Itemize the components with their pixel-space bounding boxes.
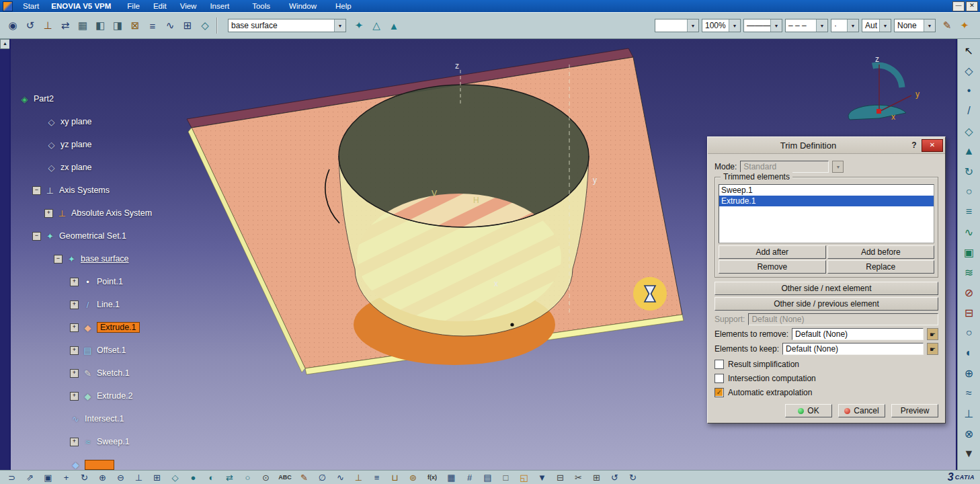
tree-item-extrude1[interactable]: +◆Extrude.1 — [13, 316, 152, 339]
chevron-down-icon[interactable]: ▼ — [816, 19, 827, 32]
hide-show-icon[interactable]: ◐ — [202, 471, 220, 484]
revolve-box-icon[interactable]: ◨ — [109, 17, 126, 34]
menu-insert[interactable]: Insert — [203, 2, 236, 10]
translate-icon[interactable]: ⇄ — [56, 17, 74, 34]
formula-icon[interactable]: f(x) — [422, 471, 442, 484]
result-simplification-checkbox[interactable] — [714, 360, 724, 369]
tree-item-label[interactable]: Sketch.1 — [97, 368, 130, 378]
fly-mode-icon[interactable]: ⇗ — [21, 471, 39, 484]
join-icon[interactable]: ⊕ — [960, 363, 979, 383]
link-icon[interactable]: ⊃ — [3, 471, 21, 484]
expander-icon[interactable]: + — [70, 438, 79, 446]
pointer-pick-icon[interactable]: ☛ — [927, 343, 938, 355]
multi-view-icon[interactable]: ⊞ — [148, 471, 166, 484]
layer-combo[interactable]: None ▼ — [894, 19, 936, 32]
replace-button[interactable]: Replace — [827, 260, 935, 274]
expander-icon[interactable]: + — [70, 300, 79, 309]
other-side-previous-button[interactable]: Other side / previous element — [714, 297, 938, 311]
minimize-icon[interactable]: — — [952, 1, 965, 11]
dialog-titlebar[interactable]: Trim Definition ? ✕ — [708, 137, 945, 154]
menu-edit[interactable]: Edit — [147, 2, 173, 10]
tree-item-absolute-axis-system[interactable]: +⊥Absolute Axis System — [13, 202, 152, 225]
dialog-close-icon[interactable]: ✕ — [922, 139, 943, 152]
tree-item-label[interactable]: Sweep.1 — [97, 437, 130, 446]
tree-item-sweep1[interactable]: +≈Sweep.1 — [13, 430, 152, 453]
weld-icon[interactable]: ⊔ — [386, 471, 404, 484]
add-after-button[interactable]: Add after — [719, 245, 826, 259]
tree-item-intersect1[interactable]: ∿Intersect.1 — [13, 407, 152, 430]
copy-icon[interactable]: ⊞ — [587, 471, 606, 484]
tree-item-base-surface[interactable]: −✦base surface — [13, 247, 152, 270]
expander-icon[interactable]: + — [44, 209, 53, 218]
shaded-analysis-icon[interactable]: ▲ — [385, 17, 403, 34]
wireframe-view-icon[interactable]: ○ — [239, 471, 257, 484]
extrude-box-icon[interactable]: ◧ — [91, 17, 109, 34]
expander-icon[interactable]: − — [32, 232, 41, 241]
fit-all-icon[interactable]: ▣ — [39, 471, 57, 484]
new-file-icon[interactable]: □ — [497, 471, 515, 484]
elements-to-keep-field[interactable]: Default (None) — [782, 343, 924, 355]
axis-tool-icon[interactable]: ⊥ — [350, 471, 368, 484]
grid-snap-icon[interactable]: # — [460, 471, 479, 484]
chevron-down-icon[interactable]: ▼ — [770, 19, 782, 32]
more-tools-icon[interactable]: ▼ — [960, 444, 979, 464]
automatic-extrapolation-checkbox[interactable] — [714, 388, 724, 397]
tree-item-line1[interactable]: +/Line.1 — [13, 293, 152, 316]
tree-item-axis-systems[interactable]: −⊥Axis Systems — [13, 179, 152, 202]
tree-item-sketch1[interactable]: +✎Sketch.1 — [13, 362, 152, 385]
tree-item-geometrical-set1[interactable]: −✦Geometrical Set.1 — [13, 225, 152, 247]
other-side-next-button[interactable]: Other side / next element — [714, 282, 938, 295]
tree-item-label[interactable]: Extrude.1 — [97, 322, 140, 333]
cut-icon[interactable]: ✂ — [569, 471, 587, 484]
zoom-out-icon[interactable]: ⊖ — [112, 471, 130, 484]
chevron-down-icon[interactable]: ▼ — [924, 19, 935, 32]
tree-item-label[interactable]: base surface — [81, 254, 129, 264]
sphere-icon[interactable]: ○ — [960, 182, 979, 202]
wizard-icon[interactable]: ✦ — [956, 17, 973, 34]
zoom-in-icon[interactable]: ⊕ — [93, 471, 112, 484]
annotation-icon[interactable]: ✎ — [295, 471, 313, 484]
support-icon[interactable]: ◇ — [960, 61, 979, 81]
help-icon[interactable]: ? — [909, 140, 920, 150]
expander-icon[interactable]: + — [70, 369, 79, 378]
grid-icon[interactable]: ▦ — [74, 17, 91, 34]
tree-item-new-feature[interactable]: ◆ — [13, 453, 152, 470]
tree-item-label[interactable]: Absolute Axis System — [71, 208, 152, 218]
boundary-icon[interactable]: ○ — [960, 323, 979, 343]
chevron-down-icon[interactable]: ▼ — [334, 19, 345, 32]
tree-item-label[interactable]: Offset.1 — [97, 346, 126, 355]
tree-item-extrude2[interactable]: +◆Extrude.2 — [13, 385, 152, 407]
list-item-sweep1[interactable]: Sweep.1 — [719, 185, 934, 196]
undo-icon[interactable]: ↺ — [606, 471, 624, 484]
intersect-icon[interactable]: ⊗ — [960, 424, 979, 444]
scroll-up-icon[interactable]: ▲ — [0, 39, 10, 49]
tree-item-offset1[interactable]: +▤Offset.1 — [13, 339, 152, 362]
chevron-down-icon[interactable]: ▼ — [879, 19, 891, 32]
extrude-icon[interactable]: ▲ — [960, 141, 979, 161]
image-capture-icon[interactable]: ▦ — [442, 471, 460, 484]
print-icon[interactable]: ⊟ — [551, 471, 569, 484]
tree-item-label[interactable] — [85, 460, 114, 470]
ruler-icon[interactable]: ≡ — [368, 471, 386, 484]
point-type-combo[interactable]: · ▼ — [831, 19, 859, 32]
tree-item-label[interactable]: xy plane — [60, 117, 92, 126]
menu-tools[interactable]: Tools — [245, 2, 277, 10]
tree-item-label[interactable]: Point.1 — [97, 277, 123, 286]
preview-button[interactable]: Preview — [891, 404, 938, 417]
undo-swirl-icon[interactable]: ↺ — [22, 17, 39, 34]
trimmed-elements-list[interactable]: Sweep.1 Extrude.1 — [719, 184, 934, 243]
rotate-view-icon[interactable]: ↻ — [75, 471, 93, 484]
elements-to-remove-field[interactable]: Default (None) — [792, 328, 924, 340]
cancel-button[interactable]: Cancel — [838, 404, 885, 417]
blend-icon[interactable]: ≋ — [960, 262, 979, 282]
normal-view-icon[interactable]: ⊥ — [130, 471, 148, 484]
knowledge-table-icon[interactable]: ▤ — [479, 471, 497, 484]
tree-item-label[interactable]: Axis Systems — [59, 186, 110, 195]
tree-item-yz-plane[interactable]: ◇yz plane — [13, 133, 152, 156]
chevron-down-icon[interactable]: ▼ — [729, 19, 740, 32]
close-icon[interactable]: ✕ — [966, 1, 978, 11]
tree-item-label[interactable]: zx plane — [60, 163, 92, 172]
extract-icon[interactable]: ◐ — [960, 343, 979, 363]
redo-icon[interactable]: ↻ — [624, 471, 642, 484]
tree-item-label[interactable]: Intersect.1 — [85, 414, 124, 424]
